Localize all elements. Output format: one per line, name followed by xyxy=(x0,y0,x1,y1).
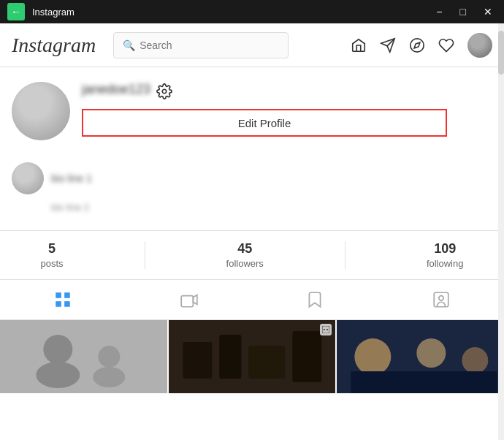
svg-rect-22 xyxy=(327,329,328,330)
profile-name-row: janedoe123 xyxy=(82,82,492,100)
sub-avatar-1 xyxy=(12,162,44,194)
photo-badge-2 xyxy=(320,324,332,335)
stat-posts-number: 5 xyxy=(48,241,56,257)
svg-rect-17 xyxy=(219,335,241,379)
stat-divider-2 xyxy=(345,241,345,269)
svg-point-13 xyxy=(98,346,120,368)
svg-point-25 xyxy=(417,338,446,368)
svg-point-26 xyxy=(462,347,489,373)
avatar-image xyxy=(12,82,70,140)
photo-item-1[interactable] xyxy=(0,320,167,393)
search-input[interactable] xyxy=(140,39,279,51)
tab-bar xyxy=(0,280,504,320)
edit-profile-button[interactable]: Edit Profile xyxy=(82,109,447,137)
instagram-logo: Instagram xyxy=(12,34,96,57)
svg-rect-3 xyxy=(56,292,62,298)
svg-rect-7 xyxy=(181,296,193,307)
close-button[interactable]: ✕ xyxy=(479,4,497,19)
stat-followers-label: followers xyxy=(226,258,264,269)
sub-profile-item-1: bio line 1 xyxy=(12,162,492,194)
svg-point-12 xyxy=(36,362,80,388)
stat-divider-1 xyxy=(145,241,145,269)
top-nav: Instagram 🔍 xyxy=(0,23,504,67)
svg-rect-20 xyxy=(322,326,329,333)
minimize-button[interactable]: − xyxy=(432,4,446,19)
tab-saved[interactable] xyxy=(291,287,339,312)
svg-point-14 xyxy=(93,367,125,387)
back-arrow-icon: ← xyxy=(11,6,21,18)
profile-section: janedoe123 Edit Profile xyxy=(0,67,504,158)
search-icon: 🔍 xyxy=(123,39,135,51)
tab-igtv[interactable] xyxy=(165,287,213,312)
compass-icon[interactable] xyxy=(409,37,425,53)
scrollbar-thumb[interactable] xyxy=(498,31,504,75)
sub-profile-item-2: bio line 2 xyxy=(12,202,492,213)
profile-info: janedoe123 Edit Profile xyxy=(82,82,492,137)
svg-point-24 xyxy=(355,338,392,375)
stats-bar: 5 posts 45 followers 109 following xyxy=(0,231,504,280)
stat-following-number: 109 xyxy=(434,241,456,257)
tab-tagged[interactable] xyxy=(417,287,465,312)
search-bar[interactable]: 🔍 xyxy=(113,32,289,58)
scrollbar[interactable] xyxy=(498,23,504,440)
app-title: Instagram xyxy=(32,7,75,18)
svg-marker-1 xyxy=(414,42,420,48)
svg-rect-8 xyxy=(434,292,448,307)
send-icon[interactable] xyxy=(380,37,396,53)
settings-icon[interactable] xyxy=(156,83,172,99)
svg-rect-19 xyxy=(292,331,321,382)
svg-rect-18 xyxy=(248,346,285,379)
photos-grid xyxy=(0,320,504,393)
user-avatar[interactable] xyxy=(467,33,492,58)
svg-rect-5 xyxy=(56,301,62,307)
stat-followers: 45 followers xyxy=(226,241,264,269)
svg-rect-4 xyxy=(64,292,70,298)
photo-item-2[interactable] xyxy=(169,320,336,393)
stat-following-label: following xyxy=(427,258,464,269)
nav-icons xyxy=(351,33,492,58)
home-icon[interactable] xyxy=(351,37,367,53)
svg-point-11 xyxy=(43,335,72,364)
photo-item-3[interactable] xyxy=(337,320,504,393)
tab-grid[interactable] xyxy=(39,287,87,312)
stat-followers-number: 45 xyxy=(237,241,252,257)
svg-point-0 xyxy=(411,38,424,51)
svg-rect-21 xyxy=(324,329,325,330)
sub-name-1: bio line 1 xyxy=(51,172,92,184)
svg-rect-6 xyxy=(64,301,70,307)
svg-rect-27 xyxy=(351,371,497,393)
stat-following: 109 following xyxy=(427,241,464,269)
svg-point-2 xyxy=(162,89,167,94)
svg-rect-16 xyxy=(183,342,212,379)
heart-icon[interactable] xyxy=(438,37,454,53)
title-bar: ← Instagram − □ ✕ xyxy=(0,0,504,23)
profile-top: janedoe123 Edit Profile xyxy=(12,82,492,140)
maximize-button[interactable]: □ xyxy=(456,4,470,19)
svg-rect-10 xyxy=(0,320,167,393)
svg-point-9 xyxy=(439,296,444,301)
profile-avatar xyxy=(12,82,70,140)
stat-posts: 5 posts xyxy=(41,241,64,269)
profile-username: janedoe123 xyxy=(82,82,150,97)
stat-posts-label: posts xyxy=(41,258,64,269)
sub-name-2: bio line 2 xyxy=(51,202,89,213)
sub-profiles-section: bio line 1 bio line 2 xyxy=(0,158,504,230)
back-button[interactable]: ← xyxy=(7,3,25,20)
